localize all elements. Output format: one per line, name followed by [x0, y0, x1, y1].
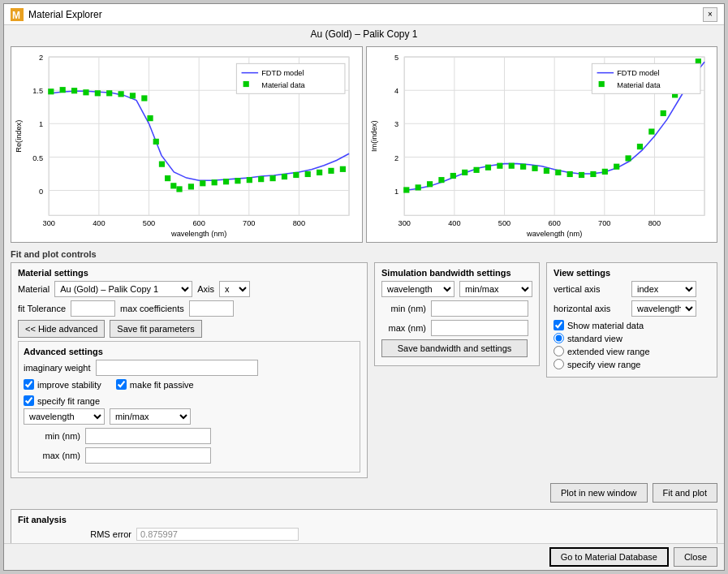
- material-settings-panel: Material settings Material Au (Gold) – P…: [11, 262, 368, 478]
- material-label: Material: [18, 284, 50, 294]
- sim-type-select[interactable]: wavelengthfrequency: [381, 281, 454, 297]
- svg-rect-61: [243, 81, 249, 87]
- svg-rect-93: [438, 177, 444, 183]
- vertical-axis-row: vertical axis indexeps: [554, 281, 710, 297]
- range-min-input[interactable]: 300: [85, 428, 211, 444]
- range-max-input[interactable]: 600: [85, 447, 211, 464]
- imaginary-weight-row: imaginary weight 4: [24, 360, 355, 376]
- svg-rect-112: [660, 110, 666, 116]
- svg-rect-37: [141, 95, 147, 101]
- svg-rect-98: [497, 163, 502, 169]
- fit-analysis-panel: Fit analysis RMS error 0.875997 number o…: [11, 509, 717, 543]
- specify-fit-range-label: specify fit range: [37, 396, 100, 406]
- show-material-checkbox[interactable]: [554, 320, 564, 330]
- close-window-button[interactable]: ×: [703, 7, 717, 22]
- fit-tolerance-input[interactable]: 0.1: [71, 300, 115, 317]
- svg-text:Material data: Material data: [261, 81, 305, 89]
- svg-rect-46: [212, 179, 218, 185]
- svg-text:300: 300: [43, 219, 55, 227]
- svg-text:2: 2: [39, 54, 43, 62]
- close-button[interactable]: Close: [674, 547, 717, 567]
- imaginary-weight-label: imaginary weight: [24, 363, 91, 373]
- sim-minmax-select[interactable]: min/maxuser defined: [459, 281, 532, 297]
- fit-plot-controls-label: Fit and plot controls: [11, 249, 717, 259]
- svg-rect-44: [188, 183, 194, 189]
- svg-rect-38: [147, 115, 153, 121]
- horizontal-axis-label: horizontal axis: [554, 304, 627, 313]
- improve-stability-checkbox[interactable]: [24, 379, 34, 390]
- svg-rect-34: [106, 90, 112, 96]
- range-minmax-select[interactable]: min/maxuser defined: [110, 408, 191, 425]
- axis-select[interactable]: xyz: [219, 281, 250, 297]
- sim-min-input[interactable]: 200: [431, 300, 528, 317]
- svg-rect-96: [473, 167, 479, 173]
- hide-advanced-row: << Hide advanced Save fit parameters: [18, 320, 360, 338]
- svg-text:400: 400: [93, 219, 105, 227]
- svg-text:4: 4: [394, 87, 398, 95]
- svg-rect-55: [317, 170, 322, 175]
- extended-view-radio[interactable]: [554, 346, 564, 356]
- svg-text:700: 700: [598, 219, 610, 227]
- svg-text:2: 2: [394, 154, 398, 162]
- rms-error-row: RMS error 0.875997: [18, 528, 710, 541]
- fit-and-plot-button[interactable]: Fit and plot: [653, 483, 717, 503]
- material-select[interactable]: Au (Gold) – Palik Copy 1: [54, 281, 192, 297]
- range-min-label: min (nm): [24, 431, 80, 441]
- save-bandwidth-button[interactable]: Save bandwidth and settings: [381, 339, 528, 357]
- hide-advanced-button[interactable]: << Hide advanced: [18, 320, 105, 338]
- improve-stability-row: improve stability: [24, 379, 101, 390]
- sim-type-row: wavelengthfrequency min/maxuser defined: [381, 281, 532, 297]
- svg-text:5: 5: [394, 54, 398, 62]
- make-fit-passive-row: make fit passive: [116, 379, 194, 390]
- specify-view-row: specify view range: [554, 359, 710, 369]
- svg-rect-102: [543, 168, 549, 174]
- svg-text:FDTD model: FDTD model: [261, 69, 304, 77]
- svg-text:Material data: Material data: [617, 81, 661, 89]
- vertical-axis-select[interactable]: indexeps: [631, 281, 696, 297]
- svg-rect-29: [48, 88, 54, 94]
- svg-rect-42: [170, 183, 176, 188]
- svg-text:0: 0: [39, 188, 43, 196]
- range-type-row: wavelengthfrequency min/maxuser defined: [24, 408, 355, 425]
- horizontal-axis-select[interactable]: wavelengthfrequency: [631, 300, 696, 317]
- horizontal-axis-row: horizontal axis wavelengthfrequency: [554, 300, 710, 317]
- advanced-settings-panel: Advanced settings imaginary weight 4 imp…: [18, 341, 360, 473]
- rms-error-value: 0.875997: [136, 528, 299, 541]
- svg-rect-49: [247, 177, 252, 183]
- max-coeff-input[interactable]: 9: [189, 300, 234, 317]
- svg-text:0.5: 0.5: [32, 154, 43, 162]
- svg-rect-54: [305, 171, 311, 177]
- save-fit-button[interactable]: Save fit parameters: [110, 320, 201, 338]
- extended-view-label: extended view range: [567, 347, 650, 356]
- sim-max-input[interactable]: 800: [431, 320, 528, 336]
- standard-view-radio[interactable]: [554, 333, 564, 343]
- svg-rect-99: [508, 163, 514, 169]
- controls-row: Material settings Material Au (Gold) – P…: [11, 262, 717, 478]
- matlab-icon: M: [11, 8, 24, 21]
- range-type-select[interactable]: wavelengthfrequency: [24, 408, 105, 425]
- sim-max-row: max (nm) 800: [381, 320, 532, 336]
- svg-rect-53: [293, 172, 299, 178]
- specify-view-radio[interactable]: [554, 359, 564, 369]
- svg-rect-56: [328, 168, 334, 174]
- goto-db-button[interactable]: Go to Material Database: [549, 547, 669, 567]
- svg-rect-103: [555, 170, 561, 175]
- svg-rect-39: [153, 139, 159, 145]
- svg-rect-108: [614, 164, 619, 170]
- svg-rect-94: [450, 173, 455, 179]
- rms-error-label: RMS error: [18, 529, 131, 539]
- simulation-bandwidth-panel: Simulation bandwidth settings wavelength…: [374, 262, 540, 366]
- svg-text:500: 500: [143, 219, 155, 227]
- right-chart-svg: 5 4 3 2 1 300 400 500 600 700 800 Im(ind…: [367, 47, 717, 242]
- plot-buttons-row: Plot in new window Fit and plot: [11, 483, 717, 503]
- plot-new-window-button[interactable]: Plot in new window: [550, 483, 648, 503]
- imaginary-weight-input[interactable]: 4: [96, 360, 258, 376]
- specify-fit-range-checkbox[interactable]: [24, 395, 34, 406]
- left-chart-svg: 2 1.5 1 0.5 0 300 400 500 600 700 800 Re…: [11, 47, 362, 242]
- svg-rect-41: [165, 175, 170, 181]
- make-fit-passive-checkbox[interactable]: [116, 379, 127, 390]
- svg-text:800: 800: [648, 219, 660, 227]
- svg-text:FDTD model: FDTD model: [617, 69, 659, 77]
- show-material-row: Show material data: [554, 320, 710, 330]
- material-row: Material Au (Gold) – Palik Copy 1 Axis x…: [18, 281, 360, 297]
